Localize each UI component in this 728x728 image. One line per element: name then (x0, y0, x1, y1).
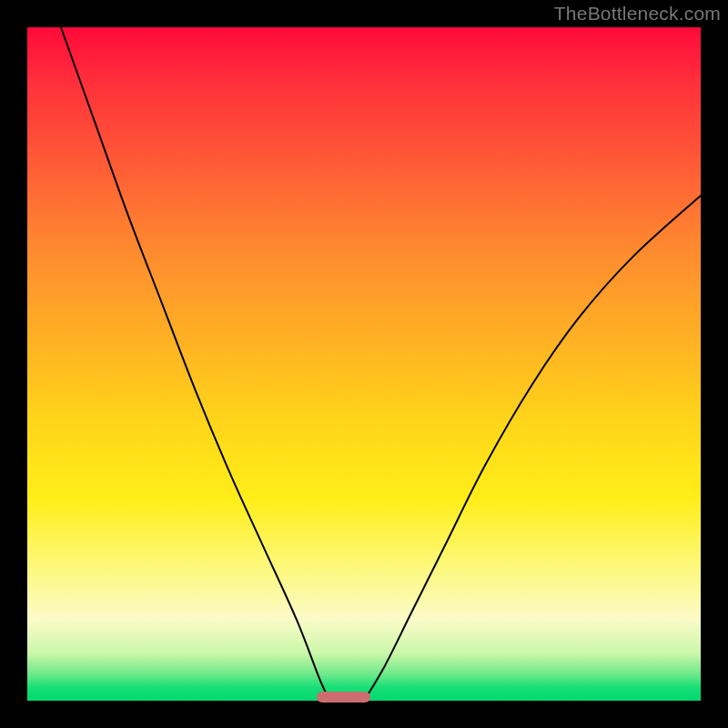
watermark-text: TheBottleneck.com (554, 3, 721, 25)
minimum-marker (317, 692, 370, 703)
chart-frame: TheBottleneck.com (0, 0, 728, 728)
curve-left-branch (61, 27, 330, 701)
plot-area (27, 27, 701, 701)
curve-svg (27, 27, 701, 701)
curve-right-branch (364, 196, 701, 701)
